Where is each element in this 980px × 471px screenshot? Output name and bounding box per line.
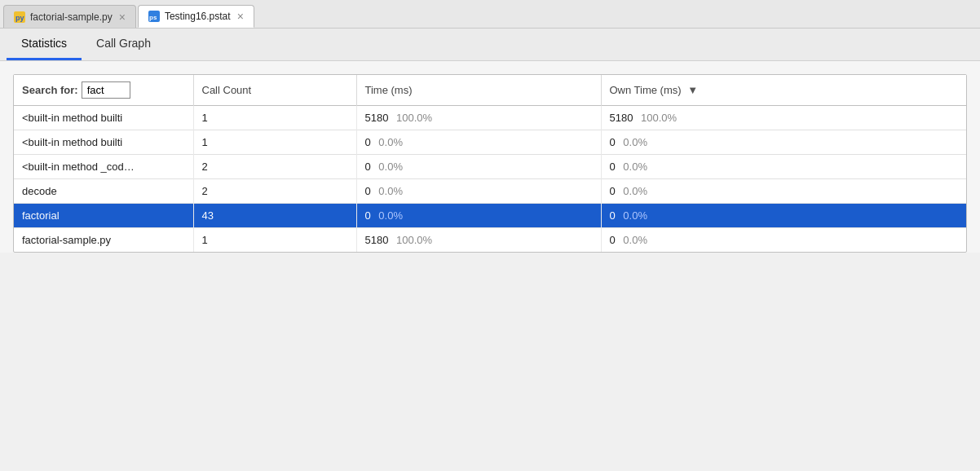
cell-own-time: 0 0.0% — [601, 130, 966, 155]
cell-name: <built-in method builti — [14, 106, 193, 130]
table-body: <built-in method builti 1 5180 100.0% 51… — [14, 106, 966, 253]
cell-own-time: 0 0.0% — [601, 179, 966, 204]
col-header-time-ms[interactable]: Time (ms) — [356, 75, 601, 106]
search-input[interactable] — [82, 81, 130, 99]
col-header-own-time-ms[interactable]: Own Time (ms) ▼ — [601, 75, 966, 106]
col-header-name: Search for: — [14, 75, 193, 106]
tab-factorial-sample-close[interactable]: × — [119, 11, 126, 23]
cell-own-time: 0 0.0% — [601, 204, 966, 228]
tab-testing16-pstat[interactable]: ps Testing16.pstat × — [138, 5, 254, 28]
tab-factorial-sample[interactable]: py factorial-sample.py × — [3, 5, 136, 28]
cell-time: 0 0.0% — [356, 204, 601, 228]
sub-tab-call-graph[interactable]: Call Graph — [82, 29, 166, 60]
tab-bar: py factorial-sample.py × ps Testing16.ps… — [0, 0, 980, 29]
cell-time: 5180 100.0% — [356, 228, 601, 253]
tab-testing16-label: Testing16.pstat — [165, 11, 231, 22]
cell-own-time: 0 0.0% — [601, 228, 966, 253]
cell-name: factorial — [14, 204, 193, 228]
cell-time: 5180 100.0% — [356, 106, 601, 130]
table-row[interactable]: <built-in method _cod… 2 0 0.0% 0 0.0% — [14, 155, 966, 179]
tab-factorial-sample-label: factorial-sample.py — [30, 11, 113, 23]
cell-call-count: 2 — [193, 155, 356, 179]
sub-tab-bar: Statistics Call Graph — [0, 29, 980, 61]
cell-call-count: 1 — [193, 130, 356, 155]
table-row[interactable]: <built-in method builti 1 0 0.0% 0 0.0% — [14, 130, 966, 155]
cell-call-count: 1 — [193, 228, 356, 253]
sort-desc-icon: ▼ — [687, 84, 698, 96]
py-icon: py — [14, 11, 25, 23]
cell-time: 0 0.0% — [356, 155, 601, 179]
cell-time: 0 0.0% — [356, 179, 601, 204]
cell-time: 0 0.0% — [356, 130, 601, 155]
table-row[interactable]: factorial-sample.py 1 5180 100.0% 0 0.0% — [14, 228, 966, 253]
pstat-icon: ps — [148, 11, 160, 22]
search-label: Search for: — [22, 84, 78, 96]
cell-name: <built-in method builti — [14, 130, 193, 155]
table-row-selected[interactable]: factorial 43 0 0.0% 0 0.0% — [14, 204, 966, 228]
col-header-call-count[interactable]: Call Count — [193, 75, 356, 106]
svg-text:ps: ps — [149, 14, 157, 21]
sub-tab-statistics[interactable]: Statistics — [7, 29, 82, 60]
cell-own-time: 0 0.0% — [601, 155, 966, 179]
table-row[interactable]: decode 2 0 0.0% 0 0.0% — [14, 179, 966, 204]
cell-call-count: 2 — [193, 179, 356, 204]
table-row[interactable]: <built-in method builti 1 5180 100.0% 51… — [14, 106, 966, 130]
cell-own-time: 5180 100.0% — [601, 106, 966, 130]
cell-call-count: 43 — [193, 204, 356, 228]
cell-name: factorial-sample.py — [14, 228, 193, 253]
main-content: Statistics Call Graph Search for: Call C… — [0, 29, 980, 253]
statistics-table-container: Search for: Call Count Time (ms) Own Tim… — [13, 74, 967, 253]
cell-call-count: 1 — [193, 106, 356, 130]
cell-name: decode — [14, 179, 193, 204]
tab-testing16-close[interactable]: × — [237, 11, 244, 22]
table-header-row: Search for: Call Count Time (ms) Own Tim… — [14, 75, 966, 106]
cell-name: <built-in method _cod… — [14, 155, 193, 179]
svg-text:py: py — [15, 14, 24, 22]
statistics-table: Search for: Call Count Time (ms) Own Tim… — [14, 75, 966, 252]
